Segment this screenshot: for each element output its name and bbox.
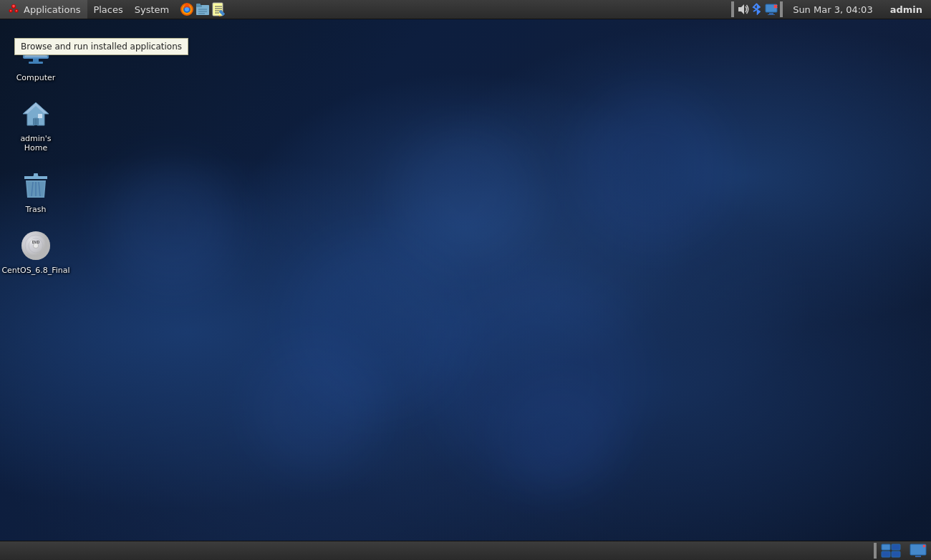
- svg-point-5: [16, 10, 17, 11]
- svg-rect-56: [882, 551, 890, 557]
- system-label: System: [135, 4, 169, 15]
- svg-text:DVD: DVD: [32, 240, 40, 244]
- svg-rect-41: [33, 118, 39, 125]
- display-icon-button[interactable]: [764, 2, 778, 16]
- bottom-panel: [0, 541, 931, 560]
- computer-icon-label: Computer: [16, 73, 56, 82]
- bokeh-7: [501, 377, 616, 492]
- trash-icon-label: Trash: [25, 205, 46, 214]
- text-editor-icon-button[interactable]: [211, 1, 226, 17]
- bokeh-5: [573, 91, 730, 248]
- svg-rect-15: [196, 4, 201, 6]
- panel-right: Sun Mar 3, 04:03 admin: [730, 0, 931, 19]
- volume-icon: [735, 2, 750, 16]
- trash-desktop-icon[interactable]: Trash: [7, 164, 64, 218]
- svg-marker-27: [738, 4, 744, 14]
- panel-separator-2: [780, 1, 783, 17]
- svg-rect-47: [34, 173, 38, 175]
- dvd-icon: DVD: [19, 228, 53, 263]
- bokeh-1: [107, 163, 236, 291]
- dvd-desktop-icon[interactable]: DVD CentOS_6.8_Final: [7, 225, 64, 279]
- dvd-icon-image: DVD: [19, 228, 53, 263]
- trash-icon-image: [19, 168, 53, 202]
- desktop-icons-area: Computer admin's Home: [0, 25, 72, 289]
- applications-tooltip: Browse and run installed applications: [14, 38, 188, 55]
- bottom-display-icon[interactable]: [905, 544, 931, 558]
- svg-rect-60: [915, 556, 921, 557]
- display-bottom-icon: [910, 544, 927, 558]
- svg-point-12: [185, 7, 189, 11]
- bokeh-3: [394, 127, 537, 270]
- firefox-icon-button[interactable]: [179, 1, 195, 17]
- display-icon: [764, 2, 778, 16]
- svg-point-7: [14, 6, 15, 6]
- username-display[interactable]: admin: [882, 4, 931, 15]
- system-menu[interactable]: System: [129, 0, 175, 19]
- file-manager-icon: [195, 1, 211, 17]
- top-panel: Applications Places System: [0, 0, 931, 19]
- firefox-icon: [179, 1, 195, 17]
- bluetooth-icon-button[interactable]: [750, 2, 764, 16]
- bottom-panel-right: [872, 543, 931, 559]
- panel-left: Applications Places System: [0, 0, 226, 19]
- datetime-display: Sun Mar 3, 04:03: [784, 4, 882, 15]
- svg-rect-37: [29, 62, 43, 64]
- gnome-logo-icon: [7, 3, 20, 16]
- svg-point-6: [13, 5, 14, 6]
- bottom-separator: [874, 543, 877, 559]
- svg-rect-57: [892, 544, 900, 550]
- workspace-switcher: [878, 544, 905, 558]
- home-icon-label: admin's Home: [11, 134, 61, 153]
- text-editor-icon: [211, 1, 226, 17]
- bluetooth-icon: [750, 2, 764, 16]
- volume-icon-button[interactable]: [735, 2, 750, 16]
- svg-rect-29: [769, 13, 773, 14]
- desktop: [0, 19, 931, 541]
- svg-rect-42: [38, 114, 42, 118]
- home-desktop-icon[interactable]: admin's Home: [7, 93, 64, 156]
- svg-rect-55: [882, 544, 890, 550]
- svg-rect-58: [892, 551, 900, 557]
- applications-label: Applications: [24, 4, 80, 15]
- svg-point-8: [12, 6, 13, 6]
- workspace-icon: [881, 544, 902, 558]
- dvd-icon-label: CentOS_6.8_Final: [1, 266, 69, 275]
- places-label: Places: [93, 4, 122, 15]
- places-menu[interactable]: Places: [87, 0, 128, 19]
- svg-rect-30: [768, 14, 775, 15]
- home-icon: [19, 97, 53, 131]
- svg-point-4: [10, 10, 11, 11]
- file-manager-icon-button[interactable]: [195, 1, 211, 17]
- home-icon-image: [19, 97, 53, 131]
- panel-separator-1: [731, 1, 734, 17]
- applications-menu[interactable]: Applications: [0, 0, 87, 19]
- trash-icon: [19, 168, 53, 202]
- bokeh-6: [251, 342, 380, 470]
